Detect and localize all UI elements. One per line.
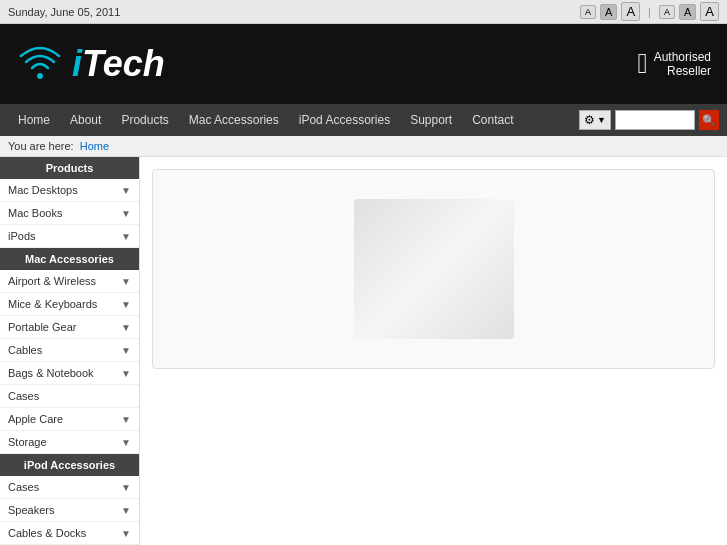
chevron-portable-icon: ▼ [121,322,131,333]
sidebar-item-cables-docks[interactable]: Cables & Docks ▼ [0,522,139,545]
search-input[interactable] [615,110,695,130]
font-medium-btn-left[interactable]: A [600,4,617,20]
sidebar: Products Mac Desktops ▼ Mac Books ▼ iPod… [0,157,140,545]
chevron-mac-books-icon: ▼ [121,208,131,219]
chevron-cables-docks-icon: ▼ [121,528,131,539]
nav-about[interactable]: About [60,104,111,136]
sidebar-header-mac-accessories: Mac Accessories [0,248,139,270]
sidebar-item-ipods[interactable]: iPods ▼ [0,225,139,248]
logo-tech: Tech [82,43,165,84]
logo-wifi-icon [16,40,64,88]
nav-ipod-accessories[interactable]: iPod Accessories [289,104,400,136]
font-large-btn-left[interactable]: A [621,2,640,21]
nav-mac-accessories[interactable]: Mac Accessories [179,104,289,136]
chevron-speakers-icon: ▼ [121,505,131,516]
reseller-line2: Reseller [654,64,711,78]
font-small-btn-left[interactable]: A [580,5,596,19]
font-size-controls: A A A | A A A [580,2,719,21]
sidebar-item-cases-ipod[interactable]: Cases ▼ [0,476,139,499]
svg-point-0 [37,73,43,79]
reseller-badge:  Authorised Reseller [637,48,711,80]
sidebar-item-speakers[interactable]: Speakers ▼ [0,499,139,522]
top-bar: Sunday, June 05, 2011 A A A | A A A [0,0,727,24]
breadcrumb-prefix: You are here: [8,140,74,152]
site-header: iTech  Authorised Reseller [0,24,727,104]
font-small-btn-right[interactable]: A [659,5,675,19]
sidebar-header-ipod-accessories: iPod Accessories [0,454,139,476]
sidebar-item-apple-care[interactable]: Apple Care ▼ [0,408,139,431]
chevron-cables-icon: ▼ [121,345,131,356]
logo-text: iTech [72,43,165,85]
chevron-storage-icon: ▼ [121,437,131,448]
sidebar-item-mac-desktops[interactable]: Mac Desktops ▼ [0,179,139,202]
chevron-bags-icon: ▼ [121,368,131,379]
nav-support[interactable]: Support [400,104,462,136]
sidebar-header-products: Products [0,157,139,179]
nav-home[interactable]: Home [8,104,60,136]
nav-search-icon-btn[interactable]: ⚙ ▼ [579,110,611,130]
product-image-placeholder [354,199,514,339]
main-layout: Products Mac Desktops ▼ Mac Books ▼ iPod… [0,157,727,545]
search-icon: 🔍 [702,114,716,126]
breadcrumb: You are here: Home [0,136,727,157]
chevron-mac-desktops-icon: ▼ [121,185,131,196]
sidebar-item-cases-mac[interactable]: Cases [0,385,139,408]
search-submit-btn[interactable]: 🔍 [699,110,719,130]
content-area [140,157,727,545]
chevron-down-icon: ▼ [597,115,606,125]
breadcrumb-home-link[interactable]: Home [80,140,109,152]
sidebar-item-storage[interactable]: Storage ▼ [0,431,139,454]
chevron-ipods-icon: ▼ [121,231,131,242]
apple-logo-icon:  [637,48,647,80]
date-display: Sunday, June 05, 2011 [8,6,120,18]
logo-i: i [72,43,82,84]
sidebar-item-portable-gear[interactable]: Portable Gear ▼ [0,316,139,339]
chevron-mice-icon: ▼ [121,299,131,310]
product-listing-area [152,169,715,369]
reseller-line1: Authorised [654,50,711,64]
nav-products[interactable]: Products [111,104,178,136]
chevron-airport-icon: ▼ [121,276,131,287]
sidebar-item-mice-keyboards[interactable]: Mice & Keyboards ▼ [0,293,139,316]
sidebar-item-cables[interactable]: Cables ▼ [0,339,139,362]
sidebar-item-bags-notebook[interactable]: Bags & Notebook ▼ [0,362,139,385]
nav-bar: Home About Products Mac Accessories iPod… [0,104,727,136]
chevron-apple-care-icon: ▼ [121,414,131,425]
logo-area: iTech [16,40,165,88]
sidebar-item-mac-books[interactable]: Mac Books ▼ [0,202,139,225]
sidebar-item-airport-wireless[interactable]: Airport & Wireless ▼ [0,270,139,293]
gear-icon: ⚙ [584,113,595,127]
font-medium-btn-right[interactable]: A [679,4,696,20]
chevron-cases-ipod-icon: ▼ [121,482,131,493]
font-large-btn-right[interactable]: A [700,2,719,21]
nav-search-area: ⚙ ▼ 🔍 [579,110,719,130]
nav-contact[interactable]: Contact [462,104,523,136]
